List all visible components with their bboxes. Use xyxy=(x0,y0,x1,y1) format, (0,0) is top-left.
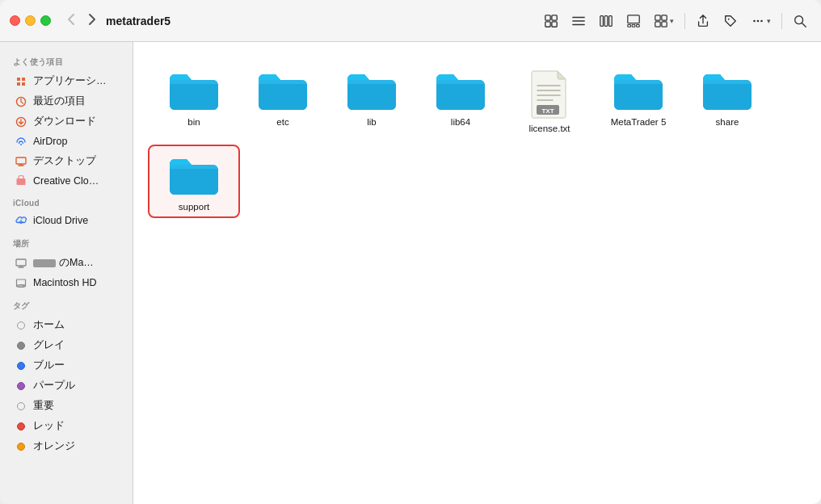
svg-rect-7 xyxy=(600,15,604,26)
svg-point-26 xyxy=(20,144,22,145)
icon-view-button[interactable] xyxy=(540,10,562,32)
sidebar-item-macintosh-hd[interactable]: Macintosh HD xyxy=(3,273,129,292)
folder-icon-support xyxy=(166,153,221,198)
sidebar-item-desktop-label: デスクトップ xyxy=(33,154,96,168)
sidebar-item-creative-cloud-label: Creative Clo… xyxy=(33,175,99,187)
sidebar-item-desktop[interactable]: デスクトップ xyxy=(3,151,129,171)
svg-point-19 xyxy=(753,19,756,22)
sidebar-section-favorites-label: よく使う項目 xyxy=(0,48,133,71)
file-item-etc[interactable]: etc xyxy=(238,61,327,132)
window-title: metatrader5 xyxy=(106,15,171,27)
folder-icon-share xyxy=(700,68,755,113)
svg-point-21 xyxy=(760,19,763,22)
sidebar-section-tags-label: タグ xyxy=(0,292,133,315)
downloads-icon xyxy=(15,116,27,128)
tag-red-icon xyxy=(15,420,27,433)
view-options-button[interactable]: ▾ xyxy=(650,10,678,32)
file-item-license[interactable]: TXT license.txt xyxy=(505,61,594,138)
svg-point-37 xyxy=(23,285,24,286)
minimize-button[interactable] xyxy=(25,15,36,26)
sidebar-item-tag-gray-label: グレイ xyxy=(33,338,65,352)
sidebar-item-airdrop-label: AirDrop xyxy=(33,136,67,147)
tag-purple-icon xyxy=(15,380,27,393)
file-item-share[interactable]: share xyxy=(683,61,772,132)
folder-icon-bin xyxy=(166,68,221,113)
sidebar-item-tag-blue-label: ブルー xyxy=(33,359,65,372)
back-button[interactable] xyxy=(64,11,78,30)
sidebar-item-tag-gray[interactable]: グレイ xyxy=(3,335,129,355)
sidebar-item-tag-home-label: ホーム xyxy=(33,318,65,332)
sidebar-item-icloud-drive[interactable]: iCloud Drive xyxy=(3,211,129,230)
airdrop-icon xyxy=(15,135,27,148)
svg-rect-13 xyxy=(637,24,640,27)
sidebar-item-tag-important[interactable]: 重要 xyxy=(3,396,129,416)
sidebar-item-tag-orange[interactable]: オレンジ xyxy=(3,436,129,456)
svg-rect-10 xyxy=(628,15,639,23)
tag-blue-icon xyxy=(15,359,27,372)
forward-button[interactable] xyxy=(85,11,99,30)
file-item-metatrader5[interactable]: MetaTrader 5 xyxy=(594,61,683,132)
svg-point-20 xyxy=(757,19,760,22)
tag-button[interactable] xyxy=(719,10,742,32)
svg-rect-9 xyxy=(609,15,613,26)
column-view-button[interactable] xyxy=(595,10,617,32)
gallery-view-button[interactable] xyxy=(622,10,645,32)
file-item-support-label: support xyxy=(179,202,209,212)
toolbar-separator-2 xyxy=(781,13,782,29)
sidebar-item-tag-purple[interactable]: パープル xyxy=(3,376,129,396)
more-options-button[interactable]: ▾ xyxy=(747,10,775,32)
sidebar-item-tag-home[interactable]: ホーム xyxy=(3,315,129,335)
folder-icon-metatrader5 xyxy=(611,68,666,113)
sidebar-item-creative-cloud[interactable]: Creative Clo… xyxy=(3,171,129,191)
sidebar-item-mac[interactable]: のMa… xyxy=(3,253,129,273)
desktop-icon xyxy=(15,155,27,168)
sidebar-item-tag-purple-label: パープル xyxy=(33,379,75,393)
svg-rect-12 xyxy=(632,24,635,27)
file-item-lib-label: lib xyxy=(367,117,377,127)
sidebar-item-tag-important-label: 重要 xyxy=(33,399,54,413)
fullscreen-button[interactable] xyxy=(40,15,51,26)
sidebar-item-icloud-drive-label: iCloud Drive xyxy=(33,215,88,226)
list-view-button[interactable] xyxy=(567,10,590,32)
sidebar-item-recents-label: 最近の項目 xyxy=(33,94,86,108)
svg-rect-17 xyxy=(662,21,667,26)
svg-rect-1 xyxy=(552,15,557,19)
sidebar-item-tag-red[interactable]: レッド xyxy=(3,416,129,436)
sidebar-item-tag-red-label: レッド xyxy=(33,419,65,433)
svg-rect-27 xyxy=(16,158,26,164)
search-button[interactable] xyxy=(789,10,811,32)
traffic-lights xyxy=(10,15,51,26)
toolbar-icons: ▾ ▾ xyxy=(540,10,811,32)
sidebar-item-applications[interactable]: アプリケーシ… xyxy=(3,71,129,91)
sidebar-item-downloads[interactable]: ダウンロード xyxy=(3,111,129,132)
sidebar-item-downloads-label: ダウンロード xyxy=(33,115,96,128)
sidebar-item-applications-label: アプリケーシ… xyxy=(33,74,107,88)
close-button[interactable] xyxy=(10,15,20,26)
txt-file-icon: TXT xyxy=(528,68,570,120)
svg-rect-32 xyxy=(16,259,26,266)
sidebar-item-airdrop[interactable]: AirDrop xyxy=(3,132,129,151)
file-item-lib[interactable]: lib xyxy=(327,61,416,132)
recents-icon xyxy=(15,95,27,108)
svg-rect-2 xyxy=(545,21,550,26)
file-item-support[interactable]: support xyxy=(149,146,238,216)
tag-home-icon xyxy=(15,319,27,332)
svg-rect-15 xyxy=(662,15,667,19)
folder-icon-lib64 xyxy=(433,68,488,113)
sidebar-section-icloud-label: iCloud xyxy=(0,191,133,211)
share-button[interactable] xyxy=(692,10,714,32)
svg-rect-0 xyxy=(545,15,550,19)
file-item-lib64[interactable]: lib64 xyxy=(416,61,505,132)
svg-text:TXT: TXT xyxy=(541,107,554,115)
file-item-metatrader5-label: MetaTrader 5 xyxy=(611,117,667,127)
folder-icon-etc xyxy=(255,68,310,113)
file-content: bin etc xyxy=(133,42,821,504)
sidebar-item-tag-blue[interactable]: ブルー xyxy=(3,355,129,376)
sidebar-item-recents[interactable]: 最近の項目 xyxy=(3,91,129,111)
svg-rect-14 xyxy=(655,15,660,19)
applications-icon xyxy=(15,75,27,88)
file-item-bin[interactable]: bin xyxy=(149,61,238,132)
svg-point-18 xyxy=(728,18,730,19)
folder-icon-lib xyxy=(344,68,399,113)
file-item-etc-label: etc xyxy=(276,117,288,127)
